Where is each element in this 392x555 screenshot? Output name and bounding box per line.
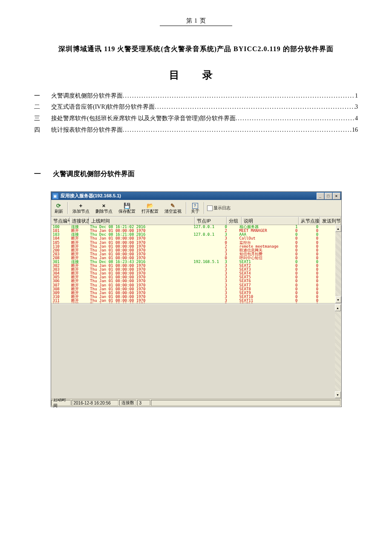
cell-time: Thu Dec 08 16:23:43 2016 [88, 260, 192, 264]
cell-tx: 0 [314, 295, 335, 299]
clear-monitor-button[interactable]: ✎ 清空监视 [163, 202, 183, 214]
scroll-track[interactable] [335, 232, 341, 296]
table-row[interactable]: 203断开Thu Jan 01 08:00:00 19703短信包月扣费00 [51, 252, 335, 256]
table-row[interactable]: 101断开Thu Jan 01 08:00:00 19702MEET MANAG… [51, 229, 335, 233]
table-row[interactable]: 105断开Thu Jan 01 08:00:00 19700监控台00 [51, 241, 335, 245]
table-row[interactable]: 103连接Thu Dec 08 16:21:08 2016127.0.0.13A… [51, 233, 335, 237]
cell-time: Thu Jan 01 08:00:00 1970 [88, 279, 192, 283]
col-tx[interactable]: 发送到节点 [320, 217, 341, 225]
add-node-label: 添加节点 [72, 209, 89, 214]
cell-desc: 监控台 [238, 241, 294, 245]
titlebar[interactable]: ▣ 应用接入服务器(192.168.5.1) _ □ × [51, 192, 341, 200]
cell-id: 302 [51, 264, 70, 268]
refresh-label: 刷新 [55, 209, 63, 214]
save-config-button[interactable]: 💾 保存配置 [117, 202, 137, 214]
table-row[interactable]: 308断开Thu Jan 01 08:00:00 19703SEAT800 [51, 287, 335, 291]
cell-id: 105 [51, 241, 70, 245]
delete-node-button[interactable]: × 删除节点 [94, 202, 114, 214]
cell-ip [192, 295, 223, 299]
close-button[interactable]: × [333, 193, 340, 199]
cell-group: 3 [223, 279, 237, 283]
cell-id: 101 [51, 229, 70, 233]
col-node-id[interactable]: 节点编号 [51, 217, 70, 225]
table-row[interactable]: 310断开Thu Jan 01 08:00:00 19703SEAT1000 [51, 295, 335, 299]
cell-rx: 0 [294, 237, 314, 240]
table-row[interactable]: 208断开Thu Jan 01 08:00:00 19700呼叫中心短信00 [51, 256, 335, 260]
table-row[interactable]: 311断开Thu Jan 01 08:00:00 19703SEAT1100 [51, 299, 335, 303]
cell-ip [192, 252, 223, 256]
col-node-ip[interactable]: 节点IP [195, 217, 227, 225]
cell-desc: 核心服务器 [238, 225, 294, 229]
minimize-button[interactable]: _ [317, 193, 324, 199]
cell-id: 310 [51, 295, 70, 299]
table-row[interactable]: 309断开Thu Jan 01 08:00:00 19703SEAT900 [51, 291, 335, 295]
table-row[interactable]: 306断开Thu Jan 01 08:00:00 19703SEAT600 [51, 279, 335, 283]
table-row[interactable]: 304断开Thu Jan 01 08:00:00 19703SEAT400 [51, 272, 335, 275]
scroll-down-icon[interactable]: ▼ [335, 391, 341, 398]
cell-tx: 0 [314, 233, 335, 237]
cell-desc: 呼叫中心短信 [238, 256, 294, 260]
scroll-up-icon[interactable]: ▲ [335, 304, 341, 311]
table-row[interactable]: 104断开Thu Jan 01 08:00:00 19703CallOut00 [51, 237, 335, 240]
cell-status: 断开 [69, 279, 88, 283]
toc-item: 一火警调度机侧部分软件界面1 [34, 90, 358, 102]
cell-status: 断开 [69, 264, 88, 268]
cell-rx: 0 [294, 260, 314, 264]
cell-id: 306 [51, 279, 70, 283]
cell-group: 3 [223, 252, 237, 256]
table-row[interactable]: 305断开Thu Jan 01 08:00:00 19703SEAT500 [51, 275, 335, 279]
status-start-label: 启动时间 [51, 400, 71, 406]
cell-time: Thu Jan 01 08:00:00 1970 [88, 268, 192, 272]
show-log-checkbox[interactable]: 显示日志 [207, 205, 231, 211]
cell-desc: MEET MANAGER [238, 229, 294, 233]
cell-tx: 0 [314, 272, 335, 275]
col-status[interactable]: 连接状态 [70, 217, 89, 225]
table-row[interactable]: 110断开Thu Jan 01 08:00:00 19702remote mee… [51, 245, 335, 249]
cell-tx: 0 [314, 264, 335, 268]
cell-group: 3 [223, 295, 237, 299]
add-node-button[interactable]: + 添加节点 [71, 202, 91, 214]
cell-status: 断开 [69, 272, 88, 275]
cell-id: 303 [51, 268, 70, 272]
table-row[interactable]: 302断开Thu Jan 01 08:00:00 19703SEAT200 [51, 264, 335, 268]
table-row[interactable]: 200断开Thu Jan 01 08:00:00 19703联通信息网关00 [51, 249, 335, 252]
cell-desc: SEAT8 [238, 287, 294, 291]
cell-status: 断开 [69, 241, 88, 245]
cell-rx: 0 [294, 299, 314, 303]
col-online-time[interactable]: 上线时间 [89, 217, 195, 225]
col-group[interactable]: 分组 [227, 217, 242, 225]
maximize-button[interactable]: □ [325, 193, 332, 199]
toc-item: 三接处警席软件(包括班长座席软件 以及火警数字录音管理)部分软件界面4 [34, 113, 358, 124]
refresh-icon: ⟳ [56, 203, 61, 209]
scroll-down-icon[interactable]: ▼ [335, 296, 341, 303]
cell-desc: remote meetmanage [238, 245, 294, 249]
cell-status: 断开 [69, 283, 88, 287]
table-row[interactable]: 307断开Thu Jan 01 08:00:00 19703SEAT700 [51, 283, 335, 287]
cell-time: Thu Jan 01 08:00:00 1970 [88, 264, 192, 268]
table-row[interactable]: 301连接Thu Dec 08 16:23:43 2016192.168.5.1… [51, 260, 335, 264]
toc-index: 三 [34, 113, 51, 124]
cell-rx: 0 [294, 291, 314, 295]
log-scrollbar[interactable]: ▲ ▼ [335, 304, 341, 398]
scroll-up-icon[interactable]: ▲ [335, 225, 341, 232]
grid-scrollbar[interactable]: ▲ ▼ [335, 225, 341, 303]
about-button[interactable]: ? 关于 [189, 202, 201, 214]
col-rx[interactable]: 从节点接收 [299, 217, 320, 225]
status-conn-label: 连接数 [119, 400, 136, 406]
toolbar-sep [186, 202, 187, 214]
cell-desc: AAA [238, 233, 294, 237]
cell-time: Thu Jan 01 08:00:00 1970 [88, 237, 192, 240]
toolbar: ⟳ 刷新 + 添加节点 × 删除节点 💾 保存配置 📂 打开配置 ✎ [51, 200, 341, 217]
cell-desc: SEAT11 [238, 299, 294, 303]
section-1-title: 火警调度机侧部分软件界面 [53, 170, 135, 177]
cell-group: 2 [223, 229, 237, 233]
col-desc[interactable]: 说明 [242, 217, 299, 225]
table-row[interactable]: 303断开Thu Jan 01 08:00:00 19703SEAT300 [51, 268, 335, 272]
open-config-button[interactable]: 📂 打开配置 [140, 202, 160, 214]
table-row[interactable]: 100连接Thu Dec 08 16:21:02 2016127.0.0.10核… [51, 225, 335, 229]
scroll-track[interactable] [335, 311, 341, 391]
cell-rx: 0 [294, 249, 314, 252]
refresh-button[interactable]: ⟳ 刷新 [53, 202, 65, 214]
cell-time: Thu Jan 01 08:00:00 1970 [88, 291, 192, 295]
cell-desc: SEAT10 [238, 295, 294, 299]
